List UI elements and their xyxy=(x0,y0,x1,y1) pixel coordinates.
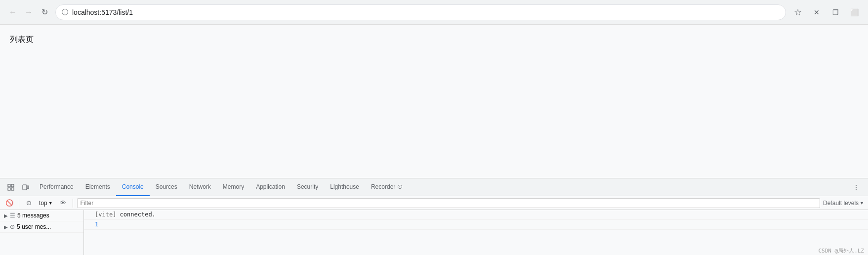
vite-message: [vite] connected. xyxy=(95,211,156,218)
expand-icon-user: ▶ xyxy=(4,224,8,230)
svg-rect-3 xyxy=(11,188,14,190)
svg-rect-2 xyxy=(8,188,10,190)
inspect-element-button[interactable] xyxy=(4,180,18,194)
bookmark-button[interactable]: ☆ xyxy=(790,4,806,20)
bottom-bar-text: CSDN @局外人.LZ xyxy=(818,247,864,255)
tab-elements[interactable]: Elements xyxy=(80,178,116,196)
context-arrow: ▼ xyxy=(48,201,53,206)
vite-connected: connected. xyxy=(116,211,155,218)
toolbar-divider2 xyxy=(73,199,73,208)
console-output: [vite] connected. 1 CSDN @局外人.LZ xyxy=(84,210,868,255)
lock-icon: ⓘ xyxy=(62,8,68,17)
console-sidebar: ▶ ☰ 5 messages ▶ ⊙ 5 user mes... xyxy=(0,210,84,255)
devtools-tabs-bar: Performance Elements Console Sources Net… xyxy=(0,178,868,196)
bottom-bar: CSDN @局外人.LZ xyxy=(814,246,868,255)
clear-console-button[interactable]: 🚫 xyxy=(4,198,15,209)
messages-icon: ☰ xyxy=(10,212,15,219)
console-settings-button[interactable]: ⊙ xyxy=(23,198,34,209)
default-levels-selector[interactable]: Default levels ▼ xyxy=(823,200,864,207)
page-title: 列表页 xyxy=(10,35,34,43)
more-tabs-button[interactable]: ⋮ xyxy=(849,180,863,194)
context-selector[interactable]: top ▼ xyxy=(37,199,55,208)
value-one: 1 xyxy=(95,221,98,228)
vite-label: [vite] xyxy=(95,211,116,218)
console-toolbar: 🚫 ⊙ top ▼ 👁 Default levels ▼ xyxy=(0,196,868,210)
devtools-panel: Performance Elements Console Sources Net… xyxy=(0,178,868,255)
devtools-tabs-right: ⋮ xyxy=(849,180,864,194)
context-label: top xyxy=(39,200,47,207)
back-button[interactable]: ← xyxy=(6,5,20,19)
toolbar-divider xyxy=(19,199,19,208)
address-input[interactable] xyxy=(72,8,780,16)
reload-button[interactable]: ↻ xyxy=(38,5,51,19)
toolbar-right: ☆ ✕ ❐ ⬜ xyxy=(790,4,862,20)
sidebar-messages[interactable]: ▶ ☰ 5 messages xyxy=(0,210,83,221)
console-row-vite: [vite] connected. xyxy=(84,210,868,220)
page-content: 列表页 xyxy=(0,25,868,178)
messages-label: 5 messages xyxy=(17,212,49,219)
console-row-value: 1 xyxy=(84,220,868,230)
device-toolbar-button[interactable] xyxy=(19,180,33,194)
tab-network[interactable]: Network xyxy=(183,178,217,196)
address-bar-container: ⓘ xyxy=(55,4,786,20)
close-tab-button[interactable]: ✕ xyxy=(809,4,825,20)
tab-performance[interactable]: Performance xyxy=(34,178,80,196)
svg-rect-4 xyxy=(23,185,27,190)
console-area: ▶ ☰ 5 messages ▶ ⊙ 5 user mes... [vite] … xyxy=(0,210,868,255)
browser-chrome: ← → ↻ ⓘ ☆ ✕ ❐ ⬜ xyxy=(0,0,868,25)
extensions-button[interactable]: ⬜ xyxy=(846,4,862,20)
filter-input[interactable] xyxy=(77,198,820,208)
tab-memory[interactable]: Memory xyxy=(217,178,250,196)
user-icon: ⊙ xyxy=(10,223,15,230)
svg-rect-5 xyxy=(27,186,29,189)
nav-buttons: ← → ↻ xyxy=(6,5,51,19)
default-levels-arrow: ▼ xyxy=(860,201,864,206)
window-button[interactable]: ❐ xyxy=(827,4,843,20)
tab-recorder[interactable]: Recorder ⏲ xyxy=(365,178,409,196)
forward-button[interactable]: → xyxy=(22,5,36,19)
default-levels-label: Default levels xyxy=(823,200,859,207)
eye-button[interactable]: 👁 xyxy=(58,198,69,209)
svg-rect-1 xyxy=(11,184,14,187)
tab-application[interactable]: Application xyxy=(250,178,291,196)
user-messages-label: 5 user mes... xyxy=(17,223,51,230)
tab-console[interactable]: Console xyxy=(116,178,150,196)
svg-rect-0 xyxy=(8,184,10,187)
tab-sources[interactable]: Sources xyxy=(150,178,183,196)
tab-security[interactable]: Security xyxy=(291,178,324,196)
sidebar-user-messages[interactable]: ▶ ⊙ 5 user mes... xyxy=(0,221,83,233)
expand-icon-messages: ▶ xyxy=(4,213,8,218)
tab-lighthouse[interactable]: Lighthouse xyxy=(324,178,365,196)
